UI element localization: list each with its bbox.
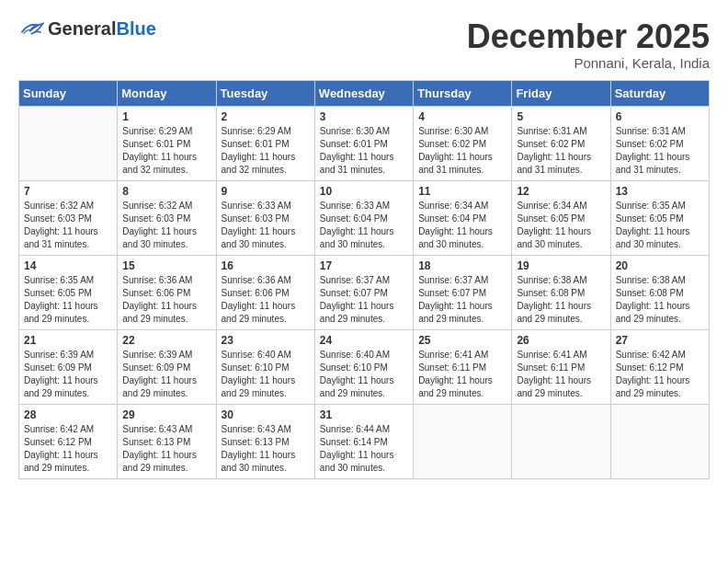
- day-number: 20: [616, 259, 704, 272]
- day-number: 16: [222, 259, 310, 272]
- day-number: 25: [418, 334, 506, 347]
- calendar-cell: 3Sunrise: 6:30 AMSunset: 6:01 PMDaylight…: [314, 106, 413, 180]
- day-number: 4: [418, 110, 506, 123]
- day-number: 8: [122, 185, 210, 198]
- day-info: Sunrise: 6:29 AMSunset: 6:01 PMDaylight:…: [222, 125, 310, 177]
- day-number: 6: [616, 110, 704, 123]
- day-number: 22: [122, 334, 210, 347]
- day-info: Sunrise: 6:39 AMSunset: 6:09 PMDaylight:…: [24, 349, 112, 400]
- day-info: Sunrise: 6:32 AMSunset: 6:03 PMDaylight:…: [24, 200, 112, 251]
- day-info: Sunrise: 6:32 AMSunset: 6:03 PMDaylight:…: [122, 200, 210, 251]
- calendar-cell: 7Sunrise: 6:32 AMSunset: 6:03 PMDaylight…: [19, 180, 118, 255]
- calendar-cell: 23Sunrise: 6:40 AMSunset: 6:10 PMDayligh…: [216, 329, 314, 404]
- calendar-cell: 15Sunrise: 6:36 AMSunset: 6:06 PMDayligh…: [118, 255, 216, 329]
- calendar-cell: [414, 404, 512, 478]
- calendar-cell: 17Sunrise: 6:37 AMSunset: 6:07 PMDayligh…: [314, 255, 413, 329]
- day-info: Sunrise: 6:40 AMSunset: 6:10 PMDaylight:…: [222, 349, 310, 400]
- weekday-header: Thursday: [414, 80, 512, 106]
- day-number: 13: [616, 185, 704, 198]
- calendar-cell: 28Sunrise: 6:42 AMSunset: 6:12 PMDayligh…: [19, 404, 118, 478]
- day-info: Sunrise: 6:43 AMSunset: 6:13 PMDaylight:…: [122, 423, 210, 475]
- day-number: 24: [320, 334, 408, 347]
- calendar-cell: 22Sunrise: 6:39 AMSunset: 6:09 PMDayligh…: [118, 329, 216, 404]
- day-number: 10: [320, 185, 408, 198]
- logo-blue: Blue: [116, 18, 155, 39]
- day-number: 14: [24, 259, 112, 272]
- weekday-header: Saturday: [610, 80, 709, 106]
- day-info: Sunrise: 6:40 AMSunset: 6:10 PMDaylight:…: [320, 349, 408, 400]
- calendar-cell: 21Sunrise: 6:39 AMSunset: 6:09 PMDayligh…: [19, 329, 118, 404]
- day-number: 30: [222, 408, 310, 421]
- month-title: December 2025: [467, 18, 710, 55]
- day-info: Sunrise: 6:44 AMSunset: 6:14 PMDaylight:…: [320, 423, 408, 475]
- calendar-cell: 8Sunrise: 6:32 AMSunset: 6:03 PMDaylight…: [118, 180, 216, 255]
- calendar-cell: 30Sunrise: 6:43 AMSunset: 6:13 PMDayligh…: [216, 404, 314, 478]
- day-number: 2: [222, 110, 310, 123]
- day-info: Sunrise: 6:37 AMSunset: 6:07 PMDaylight:…: [418, 274, 506, 326]
- day-number: 7: [24, 185, 112, 198]
- day-info: Sunrise: 6:37 AMSunset: 6:07 PMDaylight:…: [320, 274, 408, 326]
- day-info: Sunrise: 6:30 AMSunset: 6:02 PMDaylight:…: [418, 125, 506, 177]
- day-number: 21: [24, 334, 112, 347]
- logo-icon: [18, 19, 44, 40]
- page-header: GeneralBlue December 2025 Ponnani, Keral…: [18, 18, 710, 71]
- calendar-cell: [19, 106, 118, 180]
- day-info: Sunrise: 6:41 AMSunset: 6:11 PMDaylight:…: [517, 349, 605, 400]
- calendar-table: SundayMondayTuesdayWednesdayThursdayFrid…: [18, 80, 710, 479]
- calendar-cell: 9Sunrise: 6:33 AMSunset: 6:03 PMDaylight…: [216, 180, 314, 255]
- day-number: 28: [24, 408, 112, 421]
- day-number: 15: [122, 259, 210, 272]
- calendar-cell: 19Sunrise: 6:38 AMSunset: 6:08 PMDayligh…: [512, 255, 610, 329]
- day-number: 23: [222, 334, 310, 347]
- calendar-cell: 26Sunrise: 6:41 AMSunset: 6:11 PMDayligh…: [512, 329, 610, 404]
- calendar-cell: 2Sunrise: 6:29 AMSunset: 6:01 PMDaylight…: [216, 106, 314, 180]
- location: Ponnani, Kerala, India: [467, 55, 710, 71]
- day-info: Sunrise: 6:38 AMSunset: 6:08 PMDaylight:…: [616, 274, 704, 326]
- weekday-header: Monday: [118, 80, 216, 106]
- day-info: Sunrise: 6:31 AMSunset: 6:02 PMDaylight:…: [517, 125, 605, 177]
- day-info: Sunrise: 6:41 AMSunset: 6:11 PMDaylight:…: [418, 349, 506, 400]
- day-info: Sunrise: 6:35 AMSunset: 6:05 PMDaylight:…: [24, 274, 112, 326]
- day-info: Sunrise: 6:29 AMSunset: 6:01 PMDaylight:…: [122, 125, 210, 177]
- calendar-cell: 20Sunrise: 6:38 AMSunset: 6:08 PMDayligh…: [610, 255, 709, 329]
- calendar-cell: 10Sunrise: 6:33 AMSunset: 6:04 PMDayligh…: [314, 180, 413, 255]
- calendar-cell: 29Sunrise: 6:43 AMSunset: 6:13 PMDayligh…: [118, 404, 216, 478]
- day-info: Sunrise: 6:35 AMSunset: 6:05 PMDaylight:…: [616, 200, 704, 251]
- calendar-cell: 13Sunrise: 6:35 AMSunset: 6:05 PMDayligh…: [610, 180, 709, 255]
- calendar-cell: 4Sunrise: 6:30 AMSunset: 6:02 PMDaylight…: [414, 106, 512, 180]
- logo-text: GeneralBlue: [48, 18, 156, 40]
- calendar-cell: 18Sunrise: 6:37 AMSunset: 6:07 PMDayligh…: [414, 255, 512, 329]
- calendar-cell: [512, 404, 610, 478]
- day-number: 17: [320, 259, 408, 272]
- day-number: 11: [418, 185, 506, 198]
- calendar-cell: 24Sunrise: 6:40 AMSunset: 6:10 PMDayligh…: [314, 329, 413, 404]
- calendar-cell: [610, 404, 709, 478]
- day-number: 3: [320, 110, 408, 123]
- day-number: 12: [517, 185, 605, 198]
- day-info: Sunrise: 6:42 AMSunset: 6:12 PMDaylight:…: [616, 349, 704, 400]
- calendar-cell: 27Sunrise: 6:42 AMSunset: 6:12 PMDayligh…: [610, 329, 709, 404]
- day-number: 18: [418, 259, 506, 272]
- day-number: 27: [616, 334, 704, 347]
- title-block: December 2025 Ponnani, Kerala, India: [467, 18, 710, 71]
- calendar-cell: 14Sunrise: 6:35 AMSunset: 6:05 PMDayligh…: [19, 255, 118, 329]
- day-info: Sunrise: 6:43 AMSunset: 6:13 PMDaylight:…: [222, 423, 310, 475]
- day-number: 1: [122, 110, 210, 123]
- day-number: 9: [222, 185, 310, 198]
- day-info: Sunrise: 6:33 AMSunset: 6:04 PMDaylight:…: [320, 200, 408, 251]
- weekday-header: Sunday: [19, 80, 118, 106]
- day-number: 31: [320, 408, 408, 421]
- calendar-cell: 5Sunrise: 6:31 AMSunset: 6:02 PMDaylight…: [512, 106, 610, 180]
- day-info: Sunrise: 6:34 AMSunset: 6:04 PMDaylight:…: [418, 200, 506, 251]
- day-info: Sunrise: 6:36 AMSunset: 6:06 PMDaylight:…: [222, 274, 310, 326]
- logo: GeneralBlue: [18, 18, 156, 40]
- calendar-cell: 25Sunrise: 6:41 AMSunset: 6:11 PMDayligh…: [414, 329, 512, 404]
- day-info: Sunrise: 6:30 AMSunset: 6:01 PMDaylight:…: [320, 125, 408, 177]
- logo-general: General: [48, 18, 116, 39]
- calendar-cell: 11Sunrise: 6:34 AMSunset: 6:04 PMDayligh…: [414, 180, 512, 255]
- weekday-header: Tuesday: [216, 80, 314, 106]
- day-number: 19: [517, 259, 605, 272]
- weekday-header: Wednesday: [314, 80, 413, 106]
- day-number: 29: [122, 408, 210, 421]
- calendar-cell: 12Sunrise: 6:34 AMSunset: 6:05 PMDayligh…: [512, 180, 610, 255]
